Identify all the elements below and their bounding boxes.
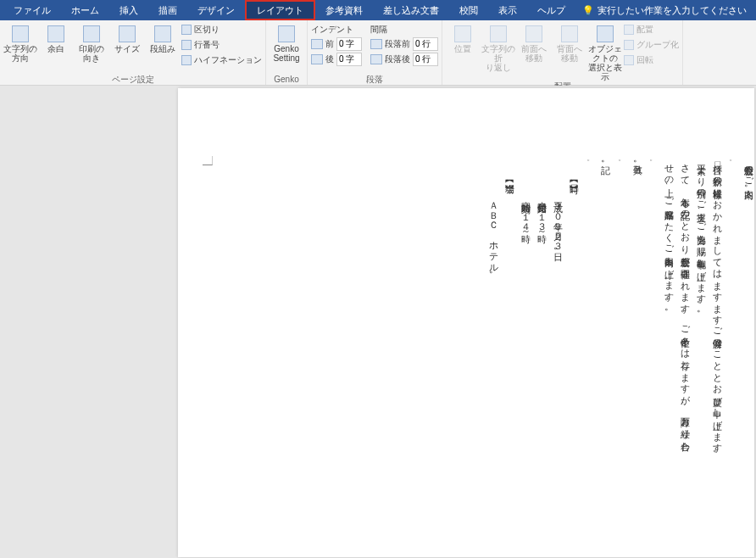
align-icon bbox=[624, 25, 634, 35]
size-icon bbox=[119, 25, 136, 42]
document-content[interactable]: 懇親会のご案内。 。 拝啓□新秋の候皆様におかれましてはますますご健勝のこととお… bbox=[489, 158, 754, 458]
doc-line[interactable]: 平成３０年９月２３日。 bbox=[553, 158, 564, 458]
space-after-icon bbox=[370, 54, 382, 64]
tab-layout[interactable]: レイアウト bbox=[245, 0, 315, 20]
tab-help[interactable]: ヘルプ bbox=[527, 0, 575, 20]
group-genko: GenkoSetting Genko bbox=[266, 20, 308, 85]
orientation-icon bbox=[83, 25, 100, 42]
orientation-button[interactable]: 印刷の向き bbox=[75, 22, 108, 75]
bring-forward-icon bbox=[525, 25, 542, 42]
doc-line[interactable]: 開始時刻：１４時～。 bbox=[521, 158, 531, 458]
send-backward-button: 背面へ移動 bbox=[553, 22, 586, 81]
breaks-icon bbox=[181, 25, 192, 35]
group-page-setup: 文字列の方向 余白 印刷の向き サイズ 段組み 区切り 行番号 ハイフネーシ bbox=[0, 20, 266, 85]
group-paragraph-label: 段落 bbox=[311, 75, 438, 85]
tab-home[interactable]: ホーム bbox=[61, 0, 109, 20]
doc-line[interactable]: 拝啓□新秋の候皆様におかれましてはますますご健勝のこととお慶び申し上げます。 bbox=[713, 158, 723, 458]
hyphenation-icon bbox=[181, 55, 192, 65]
text-direction-button[interactable]: 文字列の方向 bbox=[3, 22, 37, 75]
space-before-field[interactable] bbox=[413, 37, 438, 51]
line-numbers-button[interactable]: 行番号 bbox=[181, 39, 262, 51]
space-after-field[interactable] bbox=[413, 53, 438, 66]
tab-review[interactable]: 校閲 bbox=[449, 0, 488, 20]
group-page-setup-label: ページ設定 bbox=[3, 75, 262, 85]
tab-view[interactable]: 表示 bbox=[488, 0, 527, 20]
margins-icon bbox=[47, 25, 64, 42]
indent-left-field[interactable] bbox=[336, 37, 362, 51]
columns-icon bbox=[154, 25, 171, 42]
doc-line[interactable]: 。 bbox=[729, 158, 738, 458]
ribbon: 文字列の方向 余白 印刷の向き サイズ 段組み 区切り 行番号 ハイフネーシ bbox=[0, 20, 756, 86]
doc-line[interactable]: せの上、ご出席賜りたくご案内申し上げます。。 bbox=[664, 158, 675, 458]
group-icon bbox=[624, 40, 634, 50]
size-button[interactable]: サイズ bbox=[110, 22, 144, 75]
indent-right-field[interactable] bbox=[336, 53, 362, 66]
doc-line[interactable]: 敬具。 bbox=[632, 158, 642, 458]
selection-pane-icon bbox=[597, 25, 614, 42]
tab-draw[interactable]: 描画 bbox=[148, 0, 187, 20]
genko-setting-button[interactable]: GenkoSetting bbox=[270, 22, 303, 75]
document-canvas[interactable]: 懇親会のご案内。 。 拝啓□新秋の候皆様におかれましてはますますご健勝のこととお… bbox=[0, 86, 756, 558]
rotate-button: 回転 bbox=[624, 54, 679, 66]
hyphenation-button[interactable]: ハイフネーション bbox=[181, 54, 262, 66]
page[interactable]: 懇親会のご案内。 。 拝啓□新秋の候皆様におかれましてはますますご健勝のこととお… bbox=[178, 88, 754, 557]
tab-design[interactable]: デザイン bbox=[187, 0, 245, 20]
doc-line[interactable]: 平素より特別のご支援、ご協力を賜り御礼申し上げます。。 bbox=[697, 158, 707, 458]
indent-right-icon bbox=[311, 54, 323, 64]
doc-line[interactable]: 【会場】。 bbox=[505, 158, 515, 458]
doc-line[interactable]: 。 bbox=[649, 158, 659, 458]
position-button: 位置 bbox=[446, 22, 480, 81]
doc-line[interactable]: さて、本年も左記のとおり懇親会が開催されます。ご多忙中とは存じますが、万障お繰り… bbox=[681, 158, 691, 458]
indent-left-icon bbox=[311, 39, 323, 49]
doc-line[interactable]: 懇親会のご案内。 bbox=[744, 158, 754, 458]
columns-button[interactable]: 段組み bbox=[146, 22, 180, 75]
selection-pane-button[interactable]: オブジェクトの選択と表示 bbox=[588, 22, 622, 81]
line-numbers-icon bbox=[181, 40, 192, 50]
space-before-icon bbox=[370, 39, 382, 49]
doc-line[interactable]: ＡＢＣ ホテル。 bbox=[489, 158, 499, 458]
tell-me-search[interactable]: 💡 実行したい作業を入力してください bbox=[582, 4, 747, 17]
position-icon bbox=[454, 25, 471, 42]
doc-line[interactable]: 。 bbox=[617, 158, 626, 458]
doc-line[interactable]: 記。 bbox=[601, 158, 611, 458]
group-genko-label: Genko bbox=[270, 75, 303, 85]
text-direction-icon bbox=[12, 25, 29, 42]
send-backward-icon bbox=[561, 25, 578, 42]
genko-icon bbox=[278, 25, 295, 42]
tab-file[interactable]: ファイル bbox=[3, 0, 61, 20]
tell-me-label: 実行したい作業を入力してください bbox=[598, 4, 747, 17]
tab-insert[interactable]: 挿入 bbox=[109, 0, 148, 20]
doc-line[interactable]: 。 bbox=[586, 158, 595, 458]
menu-bar: ファイル ホーム 挿入 描画 デザイン レイアウト 参考資料 差し込み文書 校閲… bbox=[0, 0, 756, 20]
tab-references[interactable]: 参考資料 bbox=[315, 0, 373, 20]
tab-mailings[interactable]: 差し込み文書 bbox=[373, 0, 449, 20]
group-objects-button: グループ化 bbox=[624, 39, 679, 51]
breaks-button[interactable]: 区切り bbox=[181, 24, 262, 36]
group-arrange: 位置 文字列の折り返し 前面へ移動 背面へ移動 オブジェクトの選択と表示 配置 … bbox=[442, 20, 683, 85]
bulb-icon: 💡 bbox=[582, 5, 594, 16]
group-paragraph: インデント 前 後 間隔 bbox=[308, 20, 442, 85]
margins-button[interactable]: 余白 bbox=[39, 22, 73, 75]
align-button: 配置 bbox=[624, 24, 679, 36]
wrap-text-icon bbox=[490, 25, 507, 42]
bring-forward-button: 前面へ移動 bbox=[517, 22, 551, 81]
doc-line[interactable]: 【日時】。 bbox=[570, 158, 580, 458]
doc-line[interactable]: 受付開始：１３時～。 bbox=[537, 158, 548, 458]
rotate-icon bbox=[624, 55, 634, 65]
text-cursor bbox=[203, 156, 213, 165]
wrap-text-button: 文字列の折り返し bbox=[481, 22, 515, 81]
